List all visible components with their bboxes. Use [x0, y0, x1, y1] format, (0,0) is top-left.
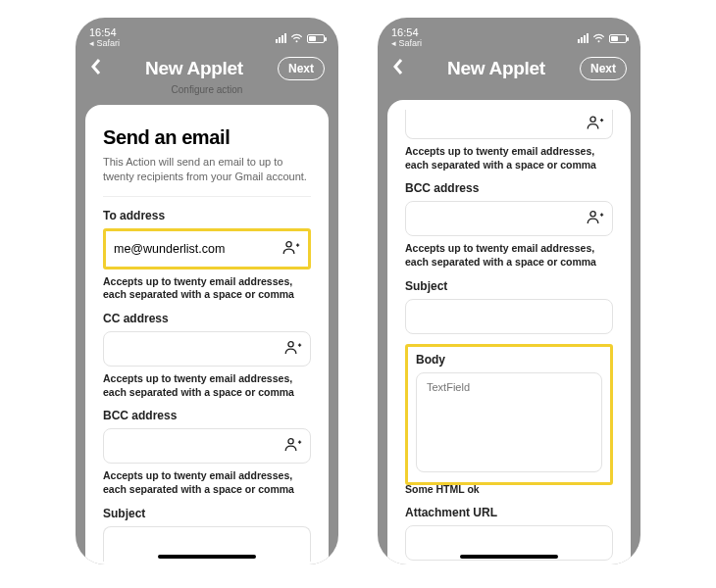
signal-icon	[578, 33, 588, 43]
content-sheet: Accepts up to twenty email addresses, ea…	[387, 100, 631, 564]
add-contact-icon[interactable]	[284, 339, 302, 358]
back-button[interactable]	[89, 58, 111, 79]
back-to-safari[interactable]: ◂ Safari	[391, 38, 422, 49]
nav-header: New Applet Next	[378, 53, 640, 90]
battery-icon	[307, 34, 325, 43]
cc-address-label: CC address	[103, 312, 311, 325]
add-contact-icon[interactable]	[587, 210, 604, 228]
bcc-address-label: BCC address	[405, 181, 613, 195]
subject-input[interactable]	[112, 537, 302, 551]
page-title: New Applet	[423, 58, 570, 79]
bcc-address-field[interactable]	[103, 428, 311, 464]
status-bar: 16:54 ◂ Safari	[76, 18, 338, 53]
content-sheet: Send an email This Action will send an e…	[85, 105, 329, 564]
sub-header-text: Configure action	[76, 84, 338, 95]
bcc-address-hint: Accepts up to twenty email addresses, ea…	[405, 242, 613, 269]
body-textarea[interactable]	[421, 377, 597, 464]
bcc-address-label: BCC address	[103, 409, 311, 422]
svg-point-3	[288, 342, 293, 347]
svg-point-0	[286, 241, 291, 246]
home-indicator[interactable]	[158, 555, 256, 559]
signal-icon	[276, 33, 286, 43]
subject-label: Subject	[103, 507, 311, 520]
battery-icon	[609, 34, 627, 43]
status-time: 16:54	[391, 27, 422, 38]
wifi-icon	[290, 33, 303, 43]
attachment-url-input[interactable]	[414, 536, 604, 550]
bcc-address-hint: Accepts up to twenty email addresses, ea…	[103, 469, 311, 496]
cc-address-hint: Accepts up to twenty email addresses, ea…	[405, 145, 613, 172]
action-description: This Action will send an email to up to …	[103, 155, 311, 184]
attachment-url-label: Attachment URL	[405, 506, 613, 519]
to-address-field[interactable]	[106, 231, 308, 267]
back-to-safari[interactable]: ◂ Safari	[89, 38, 120, 49]
to-address-highlight	[103, 228, 311, 270]
cc-address-hint: Accepts up to twenty email addresses, ea…	[103, 372, 311, 399]
cc-address-field-partial[interactable]	[405, 110, 613, 139]
bcc-address-input[interactable]	[414, 212, 604, 225]
status-time: 16:54	[89, 27, 120, 38]
to-address-label: To address	[103, 209, 311, 222]
to-address-hint: Accepts up to twenty email addresses, ea…	[103, 275, 311, 302]
divider	[103, 196, 311, 197]
cc-address-input[interactable]	[112, 342, 302, 356]
body-field[interactable]	[416, 372, 602, 472]
svg-point-6	[288, 439, 293, 444]
bcc-address-field[interactable]	[405, 201, 613, 236]
body-highlight: Body	[405, 344, 613, 485]
next-button[interactable]: Next	[580, 57, 627, 80]
chevron-left-icon	[89, 58, 103, 75]
action-heading: Send an email	[103, 126, 311, 149]
status-bar: 16:54 ◂ Safari	[378, 18, 640, 53]
body-hint: Some HTML ok	[405, 483, 613, 497]
back-button[interactable]	[391, 58, 413, 79]
subject-label: Subject	[405, 279, 613, 293]
to-address-input[interactable]	[114, 242, 300, 256]
add-contact-icon[interactable]	[587, 115, 604, 134]
add-contact-icon[interactable]	[282, 239, 300, 258]
phone-screenshot-right: 16:54 ◂ Safari New Applet Next Accepts u…	[378, 18, 640, 564]
page-title: New Applet	[121, 58, 268, 79]
svg-point-9	[590, 117, 595, 122]
wifi-icon	[592, 33, 605, 43]
bcc-address-input[interactable]	[112, 439, 302, 453]
phone-screenshot-left: 16:54 ◂ Safari New Applet Next Configure…	[76, 18, 338, 564]
home-indicator[interactable]	[460, 555, 558, 559]
subject-input[interactable]	[414, 310, 604, 323]
subject-field[interactable]	[405, 299, 613, 334]
next-button[interactable]: Next	[278, 57, 325, 80]
cc-address-field[interactable]	[103, 331, 311, 367]
svg-point-12	[590, 212, 595, 217]
body-label: Body	[416, 353, 602, 367]
chevron-left-icon	[391, 58, 405, 75]
add-contact-icon[interactable]	[284, 437, 302, 456]
